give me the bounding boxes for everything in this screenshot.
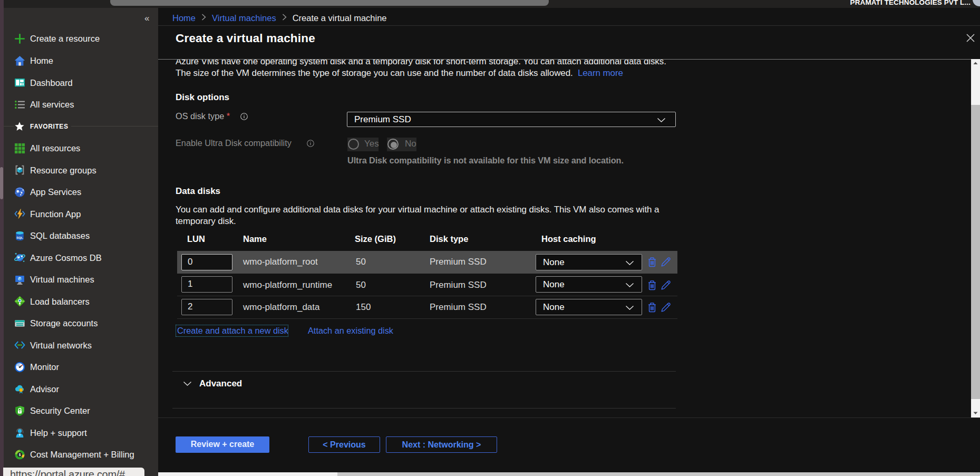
svg-text:SQL: SQL — [16, 236, 23, 239]
svg-text:$: $ — [19, 452, 21, 456]
